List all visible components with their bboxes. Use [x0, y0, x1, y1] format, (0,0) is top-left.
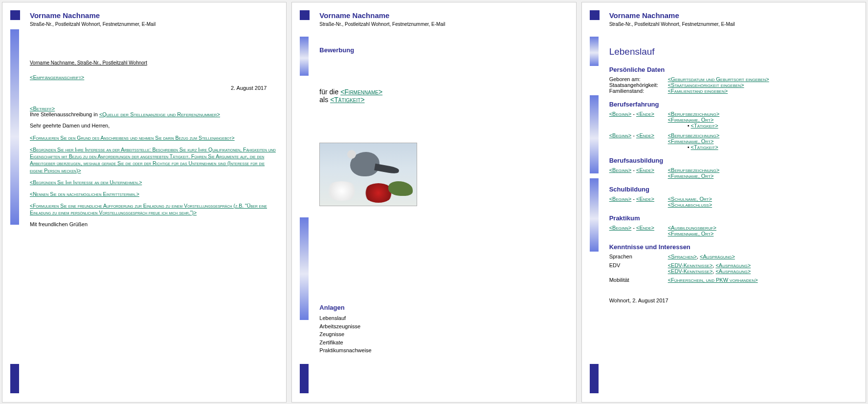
- deco-gradient-2: [300, 217, 309, 320]
- p5-field[interactable]: <Formulieren Sie eine freundliche Auffor…: [30, 203, 267, 215]
- begin-field[interactable]: <Beginn>: [609, 167, 632, 173]
- sender-line: Vorname Nachname, Straße-Nr., Postleitza…: [30, 60, 276, 65]
- attachment-item: Arbeitszeugnisse: [319, 322, 566, 331]
- end-field[interactable]: <Ende>: [636, 167, 654, 173]
- company-field[interactable]: <Firmenname, Ort>: [668, 138, 714, 144]
- company-field[interactable]: <Firmenname, Ort>: [668, 117, 714, 123]
- p1-field[interactable]: <Formulieren Sie den Grund des Anschreib…: [30, 135, 235, 141]
- for-line: für die <Firmenname>: [319, 88, 566, 96]
- begin-field[interactable]: <Beginn>: [609, 111, 632, 117]
- attachment-item: Lebenslauf: [319, 314, 566, 322]
- internjob-field[interactable]: <Ausbildungsberuf>: [668, 225, 716, 231]
- activity-field[interactable]: <Tätigkeit>: [691, 144, 718, 150]
- born-field[interactable]: <Geburtsdatum und Geburtsort eingeben>: [668, 76, 769, 82]
- photo-placeholder: [319, 143, 417, 206]
- subject-prefix: Ihre Stellenausschreibung in: [30, 111, 99, 117]
- end-field[interactable]: <Ende>: [636, 225, 654, 231]
- deco-grad-3: [590, 178, 599, 252]
- mobility-field[interactable]: <Führerschein, und PKW vorhanden>: [668, 277, 758, 283]
- recipient-field[interactable]: <Empfängeranschrift>: [30, 74, 84, 80]
- mobility-label: Mobilität: [609, 277, 668, 283]
- deco-box: [300, 10, 310, 20]
- header-address: Straße-Nr., Postleitzahl Wohnort, Festne…: [30, 21, 276, 27]
- level-field[interactable]: <Ausprägung>: [715, 268, 751, 274]
- header-address: Straße-Nr., Postleitzahl Wohnort, Festne…: [609, 21, 856, 27]
- begin-field[interactable]: <Beginn>: [609, 196, 632, 202]
- section-personal: Persönliche Daten: [609, 66, 856, 73]
- deco-grad-1: [590, 37, 599, 66]
- letter-date: 2. August 2017: [30, 85, 267, 91]
- bird-shape: [350, 152, 379, 176]
- attachment-item: Zeugnisse: [319, 330, 566, 339]
- jobtitle-field[interactable]: <Berufsbezeichnung>: [668, 111, 720, 117]
- level-field[interactable]: <Ausprägung>: [700, 254, 735, 259]
- header-name: Vorname Nachname: [30, 11, 276, 20]
- p3-field[interactable]: <Begründen Sie Ihr Interesse an dem Unte…: [30, 179, 142, 185]
- company-field[interactable]: <Firmenname, Ort>: [668, 173, 714, 179]
- p4-field[interactable]: <Nennen Sie den nächstmöglichen Eintritt…: [30, 191, 139, 197]
- header-address: Straße-Nr., Postleitzahl Wohnort, Festne…: [319, 21, 566, 27]
- deco-grad-2: [590, 95, 599, 173]
- company-field[interactable]: <Firmenname>: [340, 88, 382, 96]
- nationality-field[interactable]: <Staatsangehörigkeit eingeben>: [668, 82, 744, 88]
- date-range: <Beginn> - <Ende>: [609, 132, 668, 150]
- deco-gradient: [300, 37, 309, 76]
- date-range: <Beginn> - <Ende>: [609, 225, 668, 236]
- section-school: Schulbildung: [609, 186, 856, 193]
- section-training: Berufsausbildung: [609, 157, 856, 164]
- jobtitle-field[interactable]: <Berufsbezeichnung>: [668, 167, 720, 173]
- edv-field[interactable]: <EDV-Kenntnisse>: [668, 268, 713, 274]
- as-line: als <Tätigkeit>: [319, 96, 566, 104]
- closing: Mit freundlichen Grüßen: [30, 221, 276, 228]
- schooldegree-field[interactable]: <Schulabschluss>: [668, 202, 712, 208]
- application-title: Bewerbung: [319, 46, 566, 54]
- section-skills: Kenntnisse und Interessen: [609, 243, 856, 251]
- end-field[interactable]: <Ende>: [636, 196, 654, 202]
- subject-field[interactable]: <Betreff>: [30, 106, 55, 111]
- for-prefix: für die: [319, 88, 340, 96]
- edv-field[interactable]: <EDV-Kenntnisse>: [668, 262, 713, 268]
- header-name: Vorname Nachname: [609, 11, 856, 20]
- deco-box-bottom: [10, 364, 19, 393]
- begin-field[interactable]: <Beginn>: [609, 132, 632, 138]
- lang-label: Sprachen: [609, 254, 668, 259]
- activity-field[interactable]: <Tätigkeit>: [691, 123, 718, 128]
- flower-white: [325, 181, 359, 201]
- family-field[interactable]: <Familienstand eingeben>: [668, 88, 728, 94]
- cv-footer: Wohnort, 2. August 2017: [609, 298, 856, 303]
- deco-box-bottom: [300, 364, 309, 393]
- deco-box: [590, 10, 600, 20]
- deco-box-bottom: [590, 364, 599, 393]
- attachment-item: Zertifikate: [319, 339, 566, 347]
- salutation: Sehr geehrte Damen und Herren,: [30, 122, 276, 129]
- end-field[interactable]: <Ende>: [636, 111, 654, 117]
- nationality-label: Staatsangehörigkeit:: [609, 82, 668, 88]
- date-range: <Beginn> - <Ende>: [609, 196, 668, 208]
- attachments-title: Anlagen: [319, 304, 566, 311]
- cv-title: Lebenslauf: [609, 46, 856, 57]
- section-intern: Praktikum: [609, 214, 856, 222]
- header-name: Vorname Nachname: [319, 11, 566, 20]
- as-prefix: als: [319, 96, 330, 104]
- activity-field[interactable]: <Tätigkeit>: [330, 96, 364, 104]
- edv-label: EDV: [609, 262, 668, 274]
- born-label: Geboren am:: [609, 76, 668, 82]
- company-field[interactable]: <Firmenname, Ort>: [668, 231, 714, 236]
- begin-field[interactable]: <Beginn>: [609, 225, 632, 231]
- section-experience: Berufserfahrung: [609, 101, 856, 108]
- page-cover-letter: Vorname Nachname Straße-Nr., Postleitzah…: [2, 2, 287, 403]
- jobtitle-field[interactable]: <Berufsbezeichnung>: [668, 132, 720, 138]
- p2-field[interactable]: <Begründen Sie hier Ihre Interesse an de…: [30, 147, 276, 173]
- schoolname-field[interactable]: <Schulname, Ort>: [668, 196, 712, 202]
- date-range: <Beginn> - <Ende>: [609, 167, 668, 179]
- end-field[interactable]: <Ende>: [636, 132, 654, 138]
- subject-line: Ihre Stellenausschreibung in <Quelle der…: [30, 111, 276, 117]
- attachment-item: Praktikumsnachweise: [319, 346, 566, 355]
- page-cv: Vorname Nachname Straße-Nr., Postleitzah…: [581, 2, 866, 403]
- date-range: <Beginn> - <Ende>: [609, 111, 668, 128]
- lang-field[interactable]: <Sprachen>: [668, 254, 697, 259]
- deco-gradient: [10, 29, 19, 225]
- deco-box: [10, 10, 20, 20]
- subject-source-field[interactable]: <Quelle der Stellenanzeige und Referenzn…: [99, 111, 220, 117]
- level-field[interactable]: <Ausprägung>: [715, 262, 751, 268]
